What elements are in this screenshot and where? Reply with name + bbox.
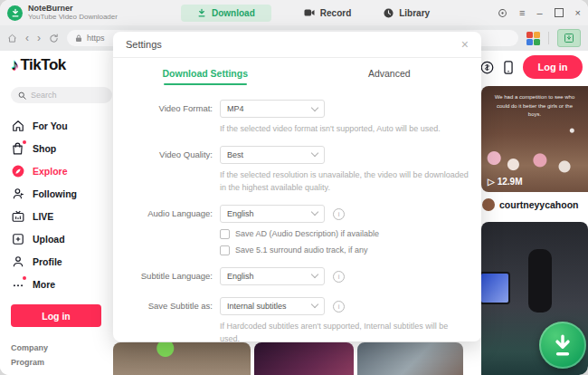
sidebar-item-profile[interactable]: Profile xyxy=(11,250,114,273)
chevron-down-icon xyxy=(311,149,318,157)
view-count-badge: ▷ 12.9M xyxy=(488,177,523,187)
save-ad-checkbox[interactable] xyxy=(220,229,230,239)
main-tabs: Download Record Library xyxy=(181,0,430,25)
save-subtitle-label: Save Subtitle as: xyxy=(113,297,220,315)
info-icon[interactable]: i xyxy=(333,301,345,312)
sidebar-login-button[interactable]: Log in xyxy=(11,304,101,327)
settings-gear-icon[interactable] xyxy=(498,8,507,18)
chevron-down-icon xyxy=(311,271,318,278)
chevron-down-icon xyxy=(311,208,318,216)
more-ellipsis-icon xyxy=(11,277,24,291)
subtitle-language-row: Subtitle Language: English i xyxy=(113,267,481,285)
person-decor xyxy=(528,249,552,312)
upload-plus-icon xyxy=(11,232,24,245)
video-quality-helper: If the selected resolution is unavailabl… xyxy=(220,169,469,195)
video-thumbnail-1[interactable]: We had a competition to see who could do… xyxy=(481,86,588,192)
tiktok-sidebar: ♪ TikTok Search For You Sho xyxy=(0,51,114,375)
app-subtitle: YouTube Video Downloader xyxy=(28,14,118,22)
coins-icon[interactable] xyxy=(480,61,494,74)
dialog-tabs: Download Settings Advanced xyxy=(113,68,481,85)
maximize-button[interactable] xyxy=(555,8,564,17)
video-quality-row: Video Quality: Best xyxy=(113,146,481,164)
dialog-title: Settings xyxy=(126,39,162,50)
sidebar-item-shop[interactable]: Shop xyxy=(11,137,114,159)
extensions-grid-icon[interactable] xyxy=(526,32,540,45)
video-caption: We had a competition to see who could do… xyxy=(489,93,579,120)
sidebar-item-upload[interactable]: Upload xyxy=(11,227,114,250)
tiktok-note-icon: ♪ xyxy=(11,56,19,74)
video-thumbnail-4[interactable] xyxy=(254,342,354,375)
save-ad-checkbox-row: Save AD (Audio Description) if available xyxy=(220,229,481,239)
video-thumbnail-3[interactable] xyxy=(113,342,251,375)
explore-compass-icon xyxy=(11,164,24,178)
dialog-close-icon[interactable]: × xyxy=(461,38,469,51)
dialog-header: Settings × xyxy=(113,32,481,58)
tab-download[interactable]: Download xyxy=(181,5,271,22)
window-controls: ≡ – × xyxy=(498,0,581,25)
footer-link-company[interactable]: Company xyxy=(11,343,114,352)
tab-download-settings[interactable]: Download Settings xyxy=(113,68,298,85)
sidebar-item-for-you[interactable]: For You xyxy=(11,114,114,137)
video-author-row[interactable]: courtneyycahoon xyxy=(482,198,579,211)
author-avatar xyxy=(482,198,495,211)
sidebar-item-live[interactable]: LIVE xyxy=(11,205,114,227)
page-header-actions: Log in xyxy=(480,55,583,79)
home-outline-icon xyxy=(11,119,24,132)
sidebar-item-explore[interactable]: Explore xyxy=(11,159,114,182)
profile-user-icon xyxy=(11,255,24,268)
save-subtitle-select[interactable]: Internal subtitles xyxy=(220,297,325,315)
tab-library[interactable]: Library xyxy=(384,8,430,18)
video-downloader-extension-icon[interactable] xyxy=(557,29,581,47)
lock-icon xyxy=(75,34,82,43)
toolbar-divider xyxy=(548,32,549,44)
refresh-icon[interactable] xyxy=(49,34,59,43)
following-user-icon xyxy=(11,187,24,200)
dialog-body: Video Format: MP4 If the selected video … xyxy=(113,85,481,341)
shop-badge xyxy=(23,140,26,144)
shop-bag-icon xyxy=(11,141,24,155)
search-placeholder: Search xyxy=(31,91,57,100)
get-app-phone-icon[interactable] xyxy=(504,61,513,74)
url-text: https xyxy=(87,34,105,43)
info-icon[interactable]: i xyxy=(333,208,345,220)
sidebar-footer: Company Program xyxy=(11,343,114,367)
save-51-checkbox[interactable] xyxy=(220,245,230,255)
video-format-select[interactable]: MP4 xyxy=(220,100,325,118)
titlebar: NoteBurner YouTube Video Downloader Down… xyxy=(0,0,588,25)
app-window: NoteBurner YouTube Video Downloader Down… xyxy=(0,0,588,375)
minimize-button[interactable]: – xyxy=(536,8,542,18)
forward-icon[interactable]: › xyxy=(37,33,41,43)
tab-advanced[interactable]: Advanced xyxy=(298,68,482,85)
more-badge xyxy=(23,276,26,280)
video-format-helper: If the selected video format isn't suppo… xyxy=(220,123,469,136)
download-icon xyxy=(197,8,206,17)
live-tv-icon xyxy=(11,209,24,223)
chevron-down-icon xyxy=(311,103,318,111)
record-camera-icon xyxy=(304,8,315,17)
tv-screen-decor xyxy=(481,274,508,303)
close-window-button[interactable]: × xyxy=(575,8,581,18)
video-quality-label: Video Quality: xyxy=(113,146,220,164)
search-input[interactable]: Search xyxy=(11,87,112,103)
back-icon[interactable]: ‹ xyxy=(25,33,29,43)
home-icon[interactable] xyxy=(7,34,17,43)
video-thumbnail-5[interactable] xyxy=(357,342,463,375)
tiktok-logo[interactable]: ♪ TikTok xyxy=(11,56,114,74)
info-icon[interactable]: i xyxy=(333,271,345,283)
save-51-checkbox-row: Save 5.1 surround audio track, if any xyxy=(220,245,481,255)
menu-icon[interactable]: ≡ xyxy=(519,8,525,18)
video-quality-select[interactable]: Best xyxy=(220,146,325,164)
save-subtitle-helper: If Hardcoded subtitles aren't supported,… xyxy=(220,321,469,341)
tab-record[interactable]: Record xyxy=(304,8,351,18)
audio-language-row: Audio Language: English i xyxy=(113,205,481,223)
subtitle-language-select[interactable]: English xyxy=(220,267,325,285)
sidebar-item-more[interactable]: More xyxy=(11,273,114,295)
sidebar-item-following[interactable]: Following xyxy=(11,182,114,205)
save-51-label: Save 5.1 surround audio track, if any xyxy=(235,245,368,255)
library-clock-icon xyxy=(384,8,394,18)
audio-language-select[interactable]: English xyxy=(220,205,325,223)
floating-download-button[interactable] xyxy=(539,322,586,369)
play-icon: ▷ xyxy=(488,177,495,187)
footer-link-program[interactable]: Program xyxy=(11,358,114,367)
header-login-button[interactable]: Log in xyxy=(523,55,583,79)
